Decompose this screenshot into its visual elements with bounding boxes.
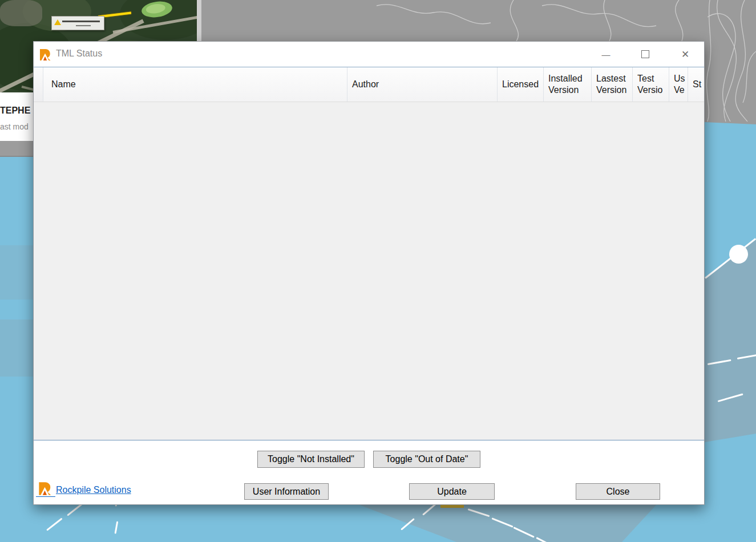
column-label: Author — [352, 79, 497, 90]
maximize-icon — [641, 50, 649, 58]
popup-subtitle: ast mod — [0, 122, 29, 131]
close-icon: ✕ — [681, 48, 689, 60]
tml-list: Name Author Licensed Installed Version L… — [34, 67, 704, 440]
dialog-footer: Toggle "Not Installed" Toggle "Out of Da… — [34, 441, 704, 504]
link-underline — [36, 496, 55, 497]
column-label: St — [693, 79, 704, 90]
column-header-gutter[interactable] — [34, 67, 43, 102]
column-label: Us — [674, 73, 688, 84]
rockpile-logo-icon — [38, 48, 52, 62]
tml-list-header: Name Author Licensed Installed Version L… — [34, 67, 704, 102]
column-label: Version — [596, 84, 632, 96]
dialog-title: TML Status — [56, 48, 102, 59]
column-header-author[interactable]: Author — [347, 67, 498, 102]
rockpile-solutions-link[interactable]: Rockpile Solutions — [56, 485, 131, 496]
toggle-out-of-date-button[interactable]: Toggle "Out of Date" — [373, 451, 480, 468]
tooltip-text-line — [76, 25, 91, 26]
water-shade — [0, 245, 33, 300]
close-button[interactable]: Close — [576, 483, 660, 500]
map-warning-tooltip — [51, 16, 104, 30]
user-information-button[interactable]: User Information — [244, 483, 329, 500]
column-label: Licensed — [502, 79, 543, 90]
minimize-button[interactable]: — — [593, 42, 619, 67]
column-label: Versio — [637, 84, 669, 96]
pond-shallow — [145, 3, 166, 15]
map-info-popup: TEPHE ast mod — [0, 92, 33, 141]
popup-title: TEPHE — [0, 106, 30, 116]
column-header-installed-version[interactable]: Installed Version — [544, 67, 592, 102]
column-header-test-version[interactable]: Test Versio — [633, 67, 669, 102]
dialog-titlebar[interactable]: TML Status — ✕ — [34, 42, 704, 67]
close-window-button[interactable]: ✕ — [672, 42, 698, 67]
map-node-dot — [729, 245, 748, 264]
column-header-name[interactable]: Name — [43, 67, 347, 102]
tml-status-dialog: TML Status — ✕ Name Author Licensed Inst… — [33, 41, 705, 505]
column-header-lastest-version[interactable]: Lastest Version — [592, 67, 633, 102]
column-header-licensed[interactable]: Licensed — [498, 67, 544, 102]
minimize-icon: — — [602, 50, 611, 59]
column-label: Lastest — [596, 73, 632, 84]
screen: TEPHE ast mod TML Status — ✕ Name Aut — [0, 0, 756, 542]
column-header-used-version[interactable]: Us Ve — [669, 67, 688, 102]
column-label: Installed — [548, 73, 591, 84]
popup-footer-band — [0, 141, 33, 157]
column-label: Version — [548, 84, 591, 96]
column-label: Test — [637, 73, 669, 84]
toggle-not-installed-button[interactable]: Toggle "Not Installed" — [257, 451, 365, 468]
cleared-area — [0, 0, 42, 26]
column-label: Name — [51, 79, 347, 90]
warning-icon — [54, 19, 61, 25]
brand-link-group[interactable]: Rockpile Solutions — [37, 481, 131, 496]
tml-list-body-empty — [34, 102, 704, 440]
column-label: Ve — [674, 84, 688, 96]
tooltip-text-line — [62, 21, 100, 22]
rockpile-logo-icon — [37, 481, 52, 496]
update-button[interactable]: Update — [409, 483, 495, 500]
column-header-status[interactable]: St — [688, 67, 704, 102]
maximize-button[interactable] — [632, 42, 658, 67]
water-shade — [0, 319, 33, 377]
